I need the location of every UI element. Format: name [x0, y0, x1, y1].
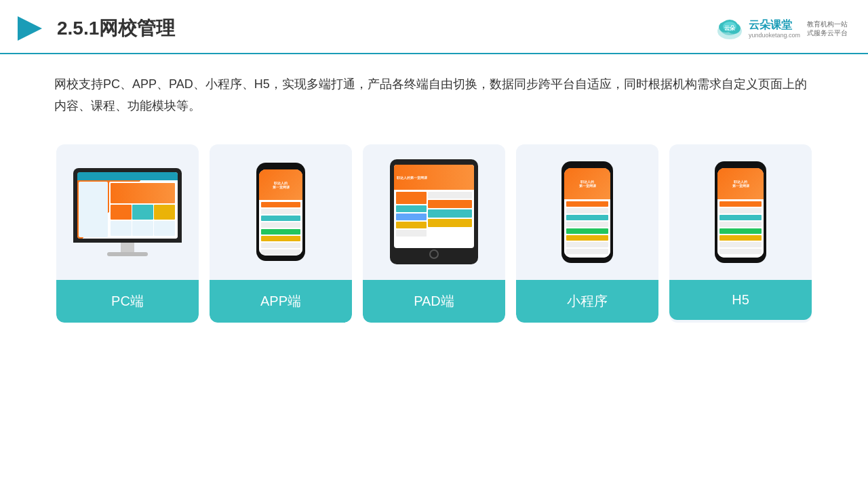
brand-name: 云朵课堂 [749, 18, 792, 31]
header: 2.5.1网校管理 云朵 云朵课堂 yunduoketang.com 教育机构一… [0, 0, 868, 54]
card-app-image: 职达人的第一堂网课 [210, 144, 352, 280]
logo-arrow-icon [14, 12, 46, 45]
brand-url: yunduoketang.com [749, 32, 800, 39]
card-app: 职达人的第一堂网课 [210, 144, 352, 323]
header-left: 2.5.1网校管理 [14, 12, 175, 45]
card-pc-image [56, 144, 199, 280]
h5-phone-mockup: 职达人的第一堂网课 [715, 161, 766, 263]
card-miniapp-image: 职达人的第一堂网课 [516, 144, 658, 280]
card-pad: 职达人的第一堂网课 [363, 144, 505, 323]
cards-section: PC端 职达人的第一堂网课 [0, 131, 868, 343]
brand-slogan: 教育机构一站 式服务云平台 [807, 20, 848, 37]
pad-tablet-mockup: 职达人的第一堂网课 [390, 159, 478, 264]
card-miniapp-label: 小程序 [516, 280, 658, 323]
header-right: 云朵 云朵课堂 yunduoketang.com 教育机构一站 式服务云平台 [715, 16, 848, 41]
card-pad-image: 职达人的第一堂网课 [363, 144, 505, 280]
brand-text: 云朵课堂 yunduoketang.com [749, 18, 800, 38]
description: 网校支持PC、APP、PAD、小程序、H5，实现多端打通，产品各终端自由切换，数… [0, 54, 868, 131]
app-phone-mockup: 职达人的第一堂网课 [256, 163, 305, 261]
cloud-icon: 云朵 [715, 16, 745, 41]
card-pc: PC端 [56, 144, 199, 323]
svg-text:云朵: 云朵 [724, 25, 736, 31]
card-pad-label: PAD端 [363, 280, 505, 323]
card-h5-image: 职达人的第一堂网课 [669, 144, 812, 280]
brand-logo: 云朵 云朵课堂 yunduoketang.com 教育机构一站 式服务云平台 [715, 16, 848, 41]
card-h5-label: H5 [669, 280, 812, 320]
svg-marker-0 [18, 16, 42, 41]
card-pc-label: PC端 [56, 280, 199, 323]
page-title: 2.5.1网校管理 [57, 16, 175, 41]
card-app-label: APP端 [210, 280, 352, 323]
miniapp-phone-mockup: 职达人的第一堂网课 [561, 161, 613, 263]
card-h5: 职达人的第一堂网课 [669, 144, 812, 323]
pc-mockup [73, 168, 182, 256]
card-miniapp: 职达人的第一堂网课 [516, 144, 658, 323]
